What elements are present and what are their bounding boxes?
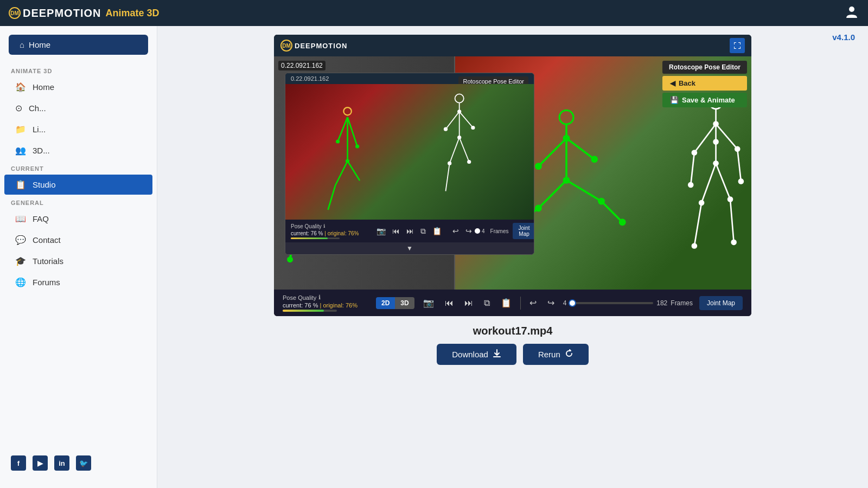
video-container: DM DEEPMOTION 0.22.0921.162 Ro: [274, 35, 751, 316]
logo-icon: DM: [9, 7, 21, 19]
sidebar-item-studio-label: Studio: [33, 180, 56, 189]
prev-frame-button[interactable]: ⏮: [443, 296, 456, 310]
pose-quality-bar: [283, 310, 337, 312]
fw-paste-button[interactable]: 📋: [431, 226, 443, 236]
timeline-track[interactable]: [570, 302, 653, 304]
pose-quality-section: Pose Quality ℹ current: 76 % | original:…: [283, 294, 369, 312]
svg-point-67: [731, 239, 737, 245]
fullscreen-button[interactable]: [730, 38, 745, 53]
sidebar-item-library[interactable]: 📁 Li...: [4, 119, 152, 139]
2d-view-button[interactable]: 2D: [376, 297, 395, 309]
svg-point-62: [688, 182, 694, 188]
frames-label: Frames: [671, 299, 693, 307]
fw-redo-button[interactable]: ↪: [464, 226, 473, 236]
svg-line-82: [450, 137, 459, 163]
paste-button[interactable]: 📋: [499, 296, 514, 310]
svg-line-52: [737, 149, 741, 181]
video-viewport: 0.22.0921.162 Rotoscope Pose Editor ◀ Ba…: [274, 56, 751, 290]
twitter-icon[interactable]: 🐦: [76, 455, 91, 471]
svg-line-56: [730, 199, 734, 242]
view-toggle: 2D 3D: [376, 297, 414, 309]
save-animate-button[interactable]: 💾 Save & Animate: [662, 93, 747, 107]
controls-bar: Pose Quality ℹ current: 76 % | original:…: [274, 290, 751, 316]
sidebar-item-forums[interactable]: 🌐 Forums: [4, 272, 152, 292]
svg-point-77: [346, 159, 349, 163]
svg-point-59: [713, 160, 719, 166]
timeline-section: 4 182 Frames: [563, 299, 693, 307]
logo-text: DEEPMOTION: [23, 7, 101, 20]
rotoscope-title: Rotoscope Pose Editor: [662, 61, 747, 74]
redo-button[interactable]: ↪: [545, 296, 557, 310]
svg-point-78: [455, 94, 464, 102]
svg-point-29: [287, 256, 293, 262]
facebook-icon[interactable]: f: [11, 455, 26, 471]
fw-joint-map-button[interactable]: Joint Map: [513, 223, 534, 239]
account-icon[interactable]: [844, 4, 859, 22]
svg-point-45: [598, 197, 605, 204]
svg-point-43: [535, 204, 542, 211]
home-button[interactable]: ⌂ Home: [9, 35, 148, 55]
svg-line-33: [566, 138, 595, 159]
svg-line-83: [445, 163, 449, 191]
sidebar-item-tutorials[interactable]: 🎓 Tutorials: [4, 251, 152, 271]
sidebar: ⌂ Home ANIMATE 3D 🏠 Home ⊙ Ch... 📁 Li...…: [0, 26, 157, 488]
svg-point-0: [849, 7, 854, 12]
undo-button[interactable]: ↩: [527, 296, 539, 310]
fw-collapse-button[interactable]: ▼: [285, 242, 534, 254]
sidebar-item-studio[interactable]: 📋 Studio: [4, 175, 152, 195]
filename: workout17.mp4: [473, 325, 553, 337]
fw-copy-button[interactable]: ⧉: [419, 226, 427, 237]
svg-point-75: [336, 139, 340, 143]
frame-start: 4: [563, 299, 567, 307]
sidebar-item-contact[interactable]: 💬 Contact: [4, 230, 152, 250]
copy-button[interactable]: ⧉: [482, 296, 492, 310]
sidebar-item-contact-label: Contact: [33, 235, 61, 245]
forums-icon: 🌐: [15, 277, 26, 287]
fw-timeline-thumb: [475, 228, 480, 234]
back-button[interactable]: ◀ Back: [662, 76, 747, 91]
faq-icon: 📖: [15, 214, 26, 224]
svg-point-60: [692, 150, 698, 156]
info-icon: ℹ: [318, 294, 321, 301]
svg-point-57: [713, 121, 719, 127]
svg-point-41: [535, 163, 542, 170]
linkedin-icon[interactable]: in: [54, 455, 69, 471]
next-frame-button[interactable]: ⏭: [462, 296, 475, 310]
animate-label: Animate 3D: [105, 8, 159, 19]
home-nav-icon: 🏠: [15, 82, 26, 92]
download-button[interactable]: Download: [437, 344, 516, 365]
controls-divider: [520, 297, 521, 310]
svg-line-55: [716, 163, 730, 199]
svg-point-40: [563, 176, 570, 183]
rerun-button[interactable]: Rerun: [523, 344, 589, 365]
camera-button[interactable]: 📷: [421, 296, 436, 310]
svg-line-68: [337, 117, 347, 142]
svg-line-34: [538, 180, 566, 208]
sidebar-item-faq[interactable]: 📖 FAQ: [4, 209, 152, 229]
joint-map-button[interactable]: Joint Map: [699, 296, 743, 310]
3d-view-button[interactable]: 3D: [395, 297, 414, 309]
white-skeleton-right: [686, 92, 745, 278]
deepmotion-logo: DM DEEPMOTION: [9, 7, 101, 20]
fw-viewport: [285, 84, 534, 220]
fw-next-button[interactable]: ⏭: [405, 226, 415, 236]
sidebar-item-home[interactable]: 🏠 Home: [4, 77, 152, 97]
social-links: f ▶ in 🐦: [0, 447, 157, 479]
fw-camera-button[interactable]: 📷: [375, 226, 387, 236]
svg-point-87: [444, 127, 448, 131]
fw-prev-button[interactable]: ⏮: [391, 226, 401, 236]
fw-pose-quality-current: current: 76 %: [291, 230, 323, 236]
svg-point-38: [559, 110, 573, 124]
fw-undo-button[interactable]: ↩: [451, 226, 460, 236]
sidebar-item-3d-label: 3D...: [33, 146, 50, 155]
svg-point-64: [699, 200, 705, 206]
sidebar-item-3d[interactable]: 👥 3D...: [4, 140, 152, 160]
svg-point-85: [457, 110, 461, 113]
timeline-thumb: [569, 299, 576, 307]
rotoscope-panel: Rotoscope Pose Editor ◀ Back 💾 Save & An…: [662, 61, 747, 107]
youtube-icon[interactable]: ▶: [33, 455, 48, 471]
fw-pose-quality-original: | original: 76%: [324, 230, 359, 236]
fw-skeleton-right: [422, 91, 496, 213]
sidebar-item-faq-label: FAQ: [33, 214, 49, 223]
sidebar-item-characters[interactable]: ⊙ Ch...: [4, 98, 152, 118]
